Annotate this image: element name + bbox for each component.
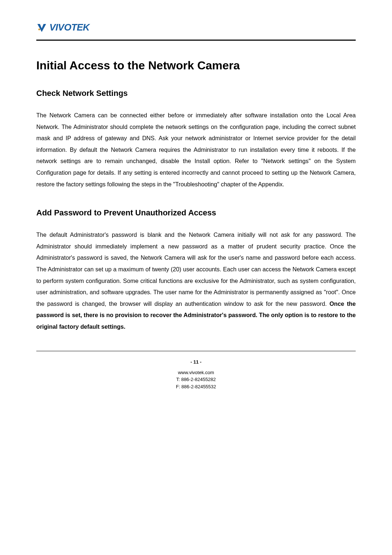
logo-container: VIVOTEK	[36, 22, 356, 33]
page-title: Initial Access to the Network Camera	[36, 59, 356, 72]
footer-tel: T: 886-2-82455282	[36, 376, 356, 383]
page-number: - 11 -	[36, 359, 356, 365]
header-divider	[36, 40, 356, 41]
logo-brand-text: VIVOTEK	[49, 22, 90, 33]
section-heading-add-password: Add Password to Prevent Unauthorized Acc…	[36, 208, 356, 218]
vivotek-logo-icon	[36, 22, 47, 33]
footer-fax: F: 886-2-82455532	[36, 383, 356, 390]
svg-point-1	[39, 29, 40, 30]
section-body-check-network: The Network Camera can be connected eith…	[36, 110, 356, 190]
section-body-add-password: The default Administrator's password is …	[36, 229, 356, 332]
footer-website: www.vivotek.com	[36, 369, 356, 376]
footer-divider	[36, 351, 356, 351]
footer-contact: www.vivotek.com T: 886-2-82455282 F: 886…	[36, 369, 356, 390]
body-text-normal: The default Administrator's password is …	[36, 231, 356, 307]
section-heading-check-network: Check Network Settings	[36, 89, 356, 98]
